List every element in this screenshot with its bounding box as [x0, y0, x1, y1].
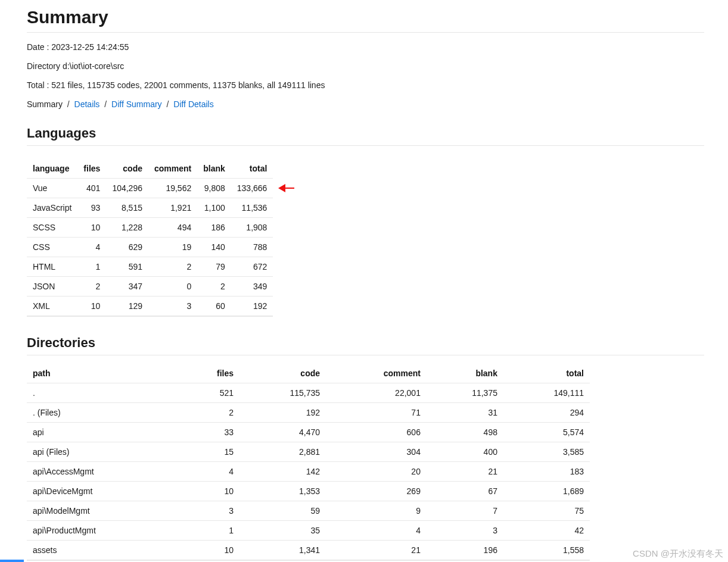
- cell: HTML: [27, 257, 77, 277]
- breadcrumb-sep: /: [67, 99, 72, 109]
- cell: 9: [326, 501, 427, 521]
- col-code: code: [106, 159, 148, 179]
- col-comment: comment: [148, 159, 197, 179]
- cell: api: [27, 423, 181, 442]
- languages-row: HTML1591279672: [27, 257, 273, 277]
- cell: 186: [197, 218, 231, 238]
- cell: 10: [181, 482, 239, 501]
- cell: 2,881: [239, 442, 326, 462]
- languages-heading: Languages: [27, 126, 704, 146]
- cell: 5,574: [503, 423, 590, 442]
- cell: 1,908: [231, 218, 273, 238]
- cell: 33: [181, 423, 239, 442]
- cell: 1,921: [148, 198, 197, 218]
- cell: JavaScript: [27, 198, 77, 218]
- languages-table: languagefilescodecommentblanktotal Vue40…: [27, 159, 273, 317]
- cell: 3: [427, 521, 503, 541]
- cell: 75: [503, 501, 590, 521]
- cell: 0: [148, 277, 197, 296]
- cell: 7: [427, 501, 503, 521]
- col-total: total: [231, 159, 273, 179]
- cell: 19: [148, 238, 197, 257]
- cell: 1,689: [503, 482, 590, 501]
- cell: 4: [326, 521, 427, 541]
- directories-table: pathfilescodecommentblanktotal .521115,7…: [27, 364, 590, 561]
- cell: 21: [427, 462, 503, 482]
- cell: 1,100: [197, 198, 231, 218]
- cell: XML: [27, 296, 77, 317]
- cell: 400: [427, 442, 503, 462]
- col-total: total: [503, 364, 590, 383]
- cell: 629: [106, 238, 148, 257]
- cell: 498: [427, 423, 503, 442]
- cell: 521: [181, 383, 239, 403]
- cell: 104,296: [106, 179, 148, 198]
- cell: 22,001: [326, 383, 427, 403]
- cell: 20: [326, 462, 427, 482]
- cell: 10: [77, 218, 106, 238]
- total-line: Total : 521 files, 115735 codes, 22001 c…: [27, 80, 704, 90]
- cell: 192: [231, 296, 273, 317]
- breadcrumb-sep: /: [166, 99, 171, 109]
- col-path: path: [27, 364, 181, 383]
- cell: 31: [427, 403, 503, 423]
- cell: 10: [77, 296, 106, 317]
- col-files: files: [77, 159, 106, 179]
- languages-row: JavaScript938,5151,9211,10011,536: [27, 198, 273, 218]
- cell: 67: [427, 482, 503, 501]
- cell: 3: [148, 296, 197, 317]
- cell: 4: [77, 238, 106, 257]
- page-title: Summary: [27, 7, 704, 33]
- breadcrumb-link-diff-details[interactable]: Diff Details: [173, 99, 213, 109]
- cell: 1,353: [239, 482, 326, 501]
- cell: 8,515: [106, 198, 148, 218]
- breadcrumb-sep: /: [104, 99, 109, 109]
- cell: 4: [181, 462, 239, 482]
- languages-row: CSS462919140788: [27, 238, 273, 257]
- col-language: language: [27, 159, 77, 179]
- breadcrumb-link-diff-summary[interactable]: Diff Summary: [111, 99, 162, 109]
- cell: 9,808: [197, 179, 231, 198]
- cell: assets: [27, 541, 181, 561]
- cell: 1,558: [503, 541, 590, 561]
- cell: 672: [231, 257, 273, 277]
- cell: 133,666: [231, 179, 273, 198]
- breadcrumb-current: Summary: [27, 99, 63, 109]
- cell: 140: [197, 238, 231, 257]
- breadcrumb: Summary / Details / Diff Summary / Diff …: [27, 99, 704, 109]
- cell: 115,735: [239, 383, 326, 403]
- cell: 71: [326, 403, 427, 423]
- cell: 11,536: [231, 198, 273, 218]
- directories-heading: Directories: [27, 335, 704, 355]
- cell: 19,562: [148, 179, 197, 198]
- directories-row: api\ModelMgmt3599775: [27, 501, 590, 521]
- cell: 2: [77, 277, 106, 296]
- cell: 349: [231, 277, 273, 296]
- col-files: files: [181, 364, 239, 383]
- cell: 591: [106, 257, 148, 277]
- breadcrumb-link-details[interactable]: Details: [74, 99, 100, 109]
- cell: 494: [148, 218, 197, 238]
- cell: 4,470: [239, 423, 326, 442]
- directories-row: .521115,73522,00111,375149,111: [27, 383, 590, 403]
- cell: 401: [77, 179, 106, 198]
- cell: 93: [77, 198, 106, 218]
- cell: Vue: [27, 179, 77, 198]
- cell: 269: [326, 482, 427, 501]
- cell: 59: [239, 501, 326, 521]
- cell: 1,228: [106, 218, 148, 238]
- cell: 294: [503, 403, 590, 423]
- directories-row: assets101,341211961,558: [27, 541, 590, 561]
- cell: 79: [197, 257, 231, 277]
- cell: api\DeviceMgmt: [27, 482, 181, 501]
- cell: 15: [181, 442, 239, 462]
- cell: 21: [326, 541, 427, 561]
- directories-row: api\DeviceMgmt101,353269671,689: [27, 482, 590, 501]
- directory-line: Directory d:\iot\iot-core\src: [27, 61, 704, 71]
- languages-header-row: languagefilescodecommentblanktotal: [27, 159, 273, 179]
- cell: 1: [77, 257, 106, 277]
- cell: .: [27, 383, 181, 403]
- cell: 2: [181, 403, 239, 423]
- cell: JSON: [27, 277, 77, 296]
- cell: 42: [503, 521, 590, 541]
